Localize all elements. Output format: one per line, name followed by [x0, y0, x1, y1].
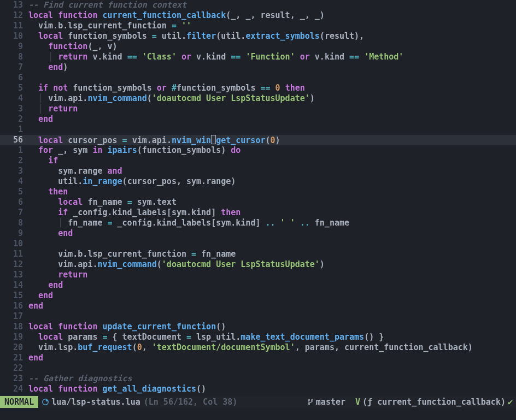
line-number: 9	[0, 42, 28, 52]
line-number: 12	[0, 10, 28, 21]
command-line[interactable]	[0, 408, 516, 420]
line-number: 11	[0, 249, 28, 259]
line-number: 4	[0, 93, 28, 104]
git-branch-icon	[307, 398, 314, 406]
code-line[interactable]: 10	[0, 239, 516, 249]
code-line-current[interactable]: 56 local cursor_pos = vim.api.nvim_winge…	[0, 135, 516, 145]
code-line[interactable]: 15 end	[0, 291, 516, 301]
line-number: 22	[0, 363, 28, 374]
code-line[interactable]: 13 return	[0, 270, 516, 280]
lua-icon	[42, 398, 49, 406]
line-number: 12	[0, 259, 28, 270]
line-number: 2	[0, 114, 28, 125]
code-line[interactable]: 12 vim.api.nvim_command('doautocmd User …	[0, 259, 516, 270]
code-line[interactable]: 8 │ fn_name = _config.kind_labels[sym.ki…	[0, 218, 516, 228]
file-section: lua/lsp-status.lua	[38, 397, 140, 407]
code-line[interactable]: 1	[0, 125, 516, 135]
code-line[interactable]: 1 for _, sym in ipairs(function_symbols)…	[0, 145, 516, 156]
code-line[interactable]: 7 if _config.kind_labels[sym.kind] then	[0, 208, 516, 218]
code-line[interactable]: 12local function current_function_callba…	[0, 10, 516, 21]
code-content: │ fn_name = _config.kind_labels[sym.kind…	[28, 218, 516, 228]
lsp-status: V (ƒ current_function_callback) ✔	[352, 397, 516, 407]
line-number: 8	[0, 52, 28, 62]
code-content: util.in_range(cursor_pos, sym.range)	[28, 176, 516, 187]
line-number: 11	[0, 21, 28, 31]
code-line[interactable]: 4 │ vim.api.nvim_command('doautocmd User…	[0, 93, 516, 104]
code-line[interactable]: 19 local params = { textDocument = lsp_u…	[0, 332, 516, 342]
line-number: 21	[0, 353, 28, 363]
code-content: end)	[28, 62, 516, 73]
code-line[interactable]: 6	[0, 73, 516, 83]
line-number: 13	[0, 0, 28, 10]
line-number: 15	[0, 291, 28, 301]
svg-point-1	[46, 400, 48, 402]
code-line[interactable]: 9 function(_, v)	[0, 42, 516, 52]
code-content: vim.b.lsp_current_function = fn_name	[28, 249, 516, 259]
code-line[interactable]: 22	[0, 363, 516, 374]
code-content: local function_symbols = util.filter(uti…	[28, 31, 516, 42]
code-line[interactable]: 18local function update_current_function…	[0, 322, 516, 332]
code-content: local function update_current_function()	[28, 322, 516, 332]
code-line[interactable]: 21end	[0, 353, 516, 363]
code-line[interactable]: 10 local function_symbols = util.filter(…	[0, 31, 516, 42]
line-number: 10	[0, 31, 28, 42]
code-line[interactable]: 23-- Gather diagnostics	[0, 374, 516, 384]
line-number: 23	[0, 374, 28, 384]
code-content: -- Gather diagnostics	[28, 374, 516, 384]
code-content	[28, 363, 516, 374]
line-number: 17	[0, 311, 28, 322]
code-line[interactable]: 13-- Find current function context	[0, 0, 516, 10]
git-branch: master	[316, 397, 345, 407]
code-line[interactable]: 4 util.in_range(cursor_pos, sym.range)	[0, 176, 516, 187]
line-number: 13	[0, 270, 28, 280]
line-number: 19	[0, 332, 28, 342]
code-content: local function get_all_diagnostics()	[28, 384, 516, 394]
code-line[interactable]: 3 sym.range and	[0, 166, 516, 176]
code-content: end	[28, 301, 516, 311]
code-content: if _config.kind_labels[sym.kind] then	[28, 208, 516, 218]
code-content: local function current_function_callback…	[28, 10, 516, 21]
lsp-function-name: (ƒ current_function_callback)	[362, 397, 506, 407]
code-line[interactable]: 11 vim.b.lsp_current_function = fn_name	[0, 249, 516, 259]
code-content: local cursor_pos = vim.api.nvim_winget_c…	[28, 135, 516, 145]
code-line[interactable]: 20 vim.lsp.buf_request(0, 'textDocument/…	[0, 342, 516, 353]
svg-point-3	[308, 403, 309, 405]
code-line[interactable]: 5 then	[0, 187, 516, 197]
line-number: 24	[0, 384, 28, 394]
code-content: end	[28, 353, 516, 363]
code-line[interactable]: 5 if not function_symbols or #function_s…	[0, 83, 516, 93]
code-line[interactable]: 24local function get_all_diagnostics()	[0, 384, 516, 394]
git-section: master	[307, 397, 352, 407]
code-line[interactable]: 7 end)	[0, 62, 516, 73]
code-content	[28, 73, 516, 83]
code-line[interactable]: 14 end	[0, 280, 516, 291]
code-content: local fn_name = sym.text	[28, 197, 516, 208]
editor-root: 13-- Find current function context12loca…	[0, 0, 516, 420]
line-number: 2	[0, 156, 28, 166]
code-content: vim.lsp.buf_request(0, 'textDocument/doc…	[28, 342, 516, 353]
line-number: 7	[0, 62, 28, 73]
code-line[interactable]: 6 local fn_name = sym.text	[0, 197, 516, 208]
code-line[interactable]: 8 │ return v.kind == 'Class' or v.kind =…	[0, 52, 516, 62]
code-area[interactable]: 13-- Find current function context12loca…	[0, 0, 516, 396]
code-line[interactable]: 2 end	[0, 114, 516, 125]
code-content: end	[28, 291, 516, 301]
line-number: 56	[0, 135, 28, 145]
code-line[interactable]: 2 if	[0, 156, 516, 166]
line-number: 9	[0, 228, 28, 239]
lsp-ok-icon: ✔	[508, 397, 513, 407]
code-line[interactable]: 3 │ return	[0, 104, 516, 114]
code-line[interactable]: 9 end	[0, 228, 516, 239]
svg-point-2	[308, 399, 309, 401]
code-line[interactable]: 16end	[0, 301, 516, 311]
line-number: 5	[0, 83, 28, 93]
line-number: 5	[0, 187, 28, 197]
code-content: if not function_symbols or #function_sym…	[28, 83, 516, 93]
status-bar: NORMAL lua/lsp-status.lua (Ln 56/162, Co…	[0, 396, 516, 408]
line-number: 6	[0, 73, 28, 83]
line-number: 1	[0, 145, 28, 156]
code-line[interactable]: 11 vim.b.lsp_current_function = ''	[0, 21, 516, 31]
code-content: │ vim.api.nvim_command('doautocmd User L…	[28, 93, 516, 104]
code-line[interactable]: 17	[0, 311, 516, 322]
code-content: end	[28, 114, 516, 125]
